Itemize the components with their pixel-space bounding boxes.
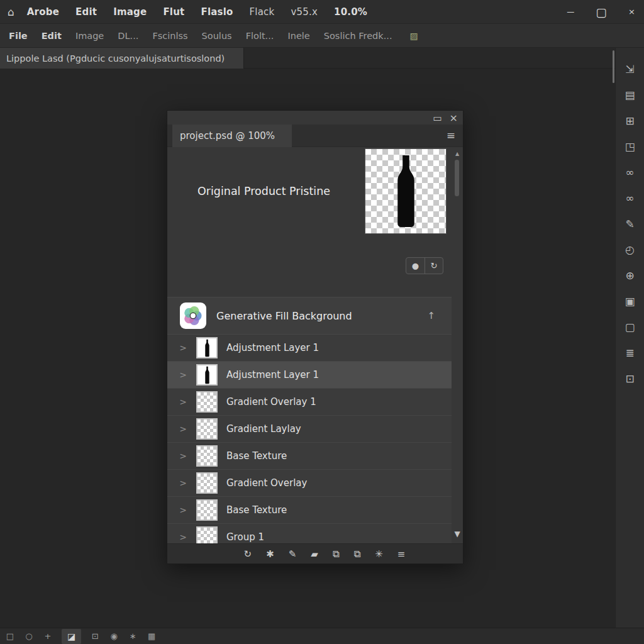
- crop-icon[interactable]: ⊡: [623, 374, 638, 384]
- toolbar-item[interactable]: Soslich Fredk...: [324, 31, 392, 41]
- layer-thumbnail[interactable]: [196, 418, 218, 440]
- add-tool-icon[interactable]: +: [43, 631, 53, 641]
- layer-row[interactable]: > Adjustment Layer 1: [167, 335, 452, 362]
- layers-panel-window: ▭× project.psd @ 100% ≡ Original Product…: [167, 110, 464, 564]
- stamp-tool-icon[interactable]: ◪: [62, 629, 81, 644]
- layer-thumbnail[interactable]: [196, 472, 218, 494]
- menu-items: ArobeEditImageFlutFlasloFlackv55.x10.0%: [27, 6, 367, 18]
- document-panel-tab[interactable]: project.psd @ 100%: [172, 125, 292, 147]
- generative-fill-label: Generative Fill Background: [216, 310, 352, 322]
- layer-row[interactable]: > Base Texture: [167, 497, 452, 524]
- layer-row[interactable]: > Adjustment Layer 1: [167, 362, 452, 389]
- scroll-down-icon[interactable]: ▼: [452, 530, 463, 538]
- menu-item[interactable]: v55.x: [291, 6, 318, 18]
- toolbar-item[interactable]: File: [9, 31, 28, 41]
- layer-name: Group 1: [226, 531, 264, 543]
- export-board-icon[interactable]: ⇲: [623, 64, 638, 75]
- collapse-arrow-icon[interactable]: ↑: [427, 310, 435, 321]
- layer-thumbnail[interactable]: [196, 499, 218, 521]
- expand-chevron-icon[interactable]: >: [175, 343, 191, 353]
- rect-select-icon[interactable]: □: [5, 631, 15, 641]
- layer-row[interactable]: > Gradient Overlay 1: [167, 389, 452, 416]
- expand-chevron-icon[interactable]: >: [175, 478, 191, 488]
- panel-controls: ▭×: [433, 112, 458, 124]
- menu-item[interactable]: Flut: [163, 6, 184, 18]
- expand-chevron-icon[interactable]: >: [175, 451, 191, 461]
- pen-tool-icon[interactable]: ✎: [623, 219, 638, 230]
- file-icon[interactable]: ▢: [623, 322, 638, 333]
- scroll-up-icon[interactable]: ▲: [452, 151, 463, 157]
- scrollbar-thumb[interactable]: [455, 160, 459, 196]
- generative-fill-row[interactable]: Generative Fill Background ↑: [167, 297, 452, 335]
- layer-thumbnail[interactable]: [196, 364, 218, 386]
- expand-chevron-icon[interactable]: >: [175, 532, 191, 542]
- menu-item[interactable]: Flaslo: [201, 6, 233, 18]
- toolbar-item[interactable]: Image: [75, 31, 104, 41]
- list-icon[interactable]: ≣: [623, 348, 638, 358]
- menu-item[interactable]: Flack: [250, 6, 275, 18]
- screen-icon[interactable]: ▣: [623, 296, 638, 307]
- layer-name: Gradient Laylay: [226, 423, 301, 435]
- toolbar-item[interactable]: Edit: [42, 31, 62, 41]
- toolbar-item[interactable]: DL...: [118, 31, 138, 41]
- refresh-icon[interactable]: ↻: [425, 258, 443, 274]
- bottle-silhouette: [389, 153, 423, 229]
- close-button[interactable]: ×: [628, 8, 635, 16]
- texture-icon[interactable]: ∗: [128, 631, 138, 641]
- menu-item[interactable]: Image: [113, 6, 147, 18]
- panel-close-icon[interactable]: ×: [450, 112, 458, 124]
- document-tab[interactable]: Lippole Lasd (Pgducic cusonyalujsaturtis…: [0, 48, 244, 69]
- frame-icon[interactable]: ◳: [623, 142, 638, 152]
- chain-icon[interactable]: ∞: [623, 193, 638, 204]
- options-items: FileEditImageDL...FscinlssSoulusFlolt...…: [9, 31, 392, 41]
- effects-icon[interactable]: ✳: [375, 549, 383, 559]
- layer-name: Base Texture: [226, 450, 287, 462]
- panel-minimize-icon[interactable]: ▭: [433, 113, 441, 124]
- layers-panel-icon[interactable]: ▤: [623, 90, 638, 101]
- maximize-button[interactable]: ▢: [596, 8, 607, 16]
- link-icon[interactable]: ∞: [623, 167, 638, 178]
- menu-item[interactable]: Arobe: [27, 6, 59, 18]
- home-icon[interactable]: ⌂: [8, 6, 14, 18]
- preview-row: Original Product Pristine: [167, 147, 463, 236]
- panel-menu-icon[interactable]: ≡: [447, 129, 455, 142]
- pen-icon[interactable]: ✎: [289, 549, 297, 559]
- minimize-button[interactable]: —: [567, 8, 574, 16]
- menu-item[interactable]: Edit: [75, 6, 97, 18]
- toolbar-item[interactable]: Inele: [287, 31, 309, 41]
- dot-icon[interactable]: ●: [406, 258, 425, 274]
- globe-icon[interactable]: ⊕: [623, 270, 638, 281]
- expand-chevron-icon[interactable]: >: [175, 397, 191, 407]
- sync-icon[interactable]: ↻: [244, 549, 252, 559]
- toolbar-item[interactable]: Fscinlss: [152, 31, 187, 41]
- layer-row[interactable]: > Gradient Laylay: [167, 416, 452, 443]
- layer-row[interactable]: > Base Texture: [167, 443, 452, 470]
- panel-menu-icon[interactable]: ≡: [397, 549, 406, 559]
- artboard-icon[interactable]: ⊞: [623, 116, 638, 126]
- panel-title-bar[interactable]: ▭×: [167, 111, 463, 125]
- expand-chevron-icon[interactable]: >: [175, 370, 191, 380]
- sparkle-add-icon[interactable]: ✱: [266, 549, 274, 559]
- layer-thumbnail[interactable]: [196, 391, 218, 413]
- layer-row[interactable]: > Gradient Overlay: [167, 470, 452, 497]
- menu-item[interactable]: 10.0%: [334, 6, 367, 18]
- expand-chevron-icon[interactable]: >: [175, 424, 191, 434]
- generative-fill-icon: [180, 303, 206, 329]
- ellipse-select-icon[interactable]: ○: [24, 631, 34, 641]
- toolbar-item[interactable]: Flolt...: [246, 31, 274, 41]
- confirm-panel-icon[interactable]: ⊡: [90, 631, 100, 641]
- layer-name: Base Texture: [226, 504, 287, 516]
- target-icon[interactable]: ◉: [109, 631, 119, 641]
- image-preview-icon[interactable]: ▨: [410, 31, 418, 41]
- history-icon[interactable]: ◴: [623, 245, 638, 255]
- expand-chevron-icon[interactable]: >: [175, 505, 191, 515]
- toolbar-item[interactable]: Soulus: [202, 31, 232, 41]
- layer-thumbnail[interactable]: [196, 445, 218, 467]
- duplicate-icon[interactable]: ⧉: [354, 549, 361, 559]
- copy-icon[interactable]: ⧉: [333, 549, 340, 559]
- sidebar-scrollbar[interactable]: [613, 50, 614, 83]
- panel-tab-row: project.psd @ 100% ≡: [167, 125, 463, 147]
- folder-icon[interactable]: ▰: [311, 549, 318, 559]
- layer-thumbnail[interactable]: [196, 337, 218, 358]
- grid-icon[interactable]: ▦: [147, 631, 157, 641]
